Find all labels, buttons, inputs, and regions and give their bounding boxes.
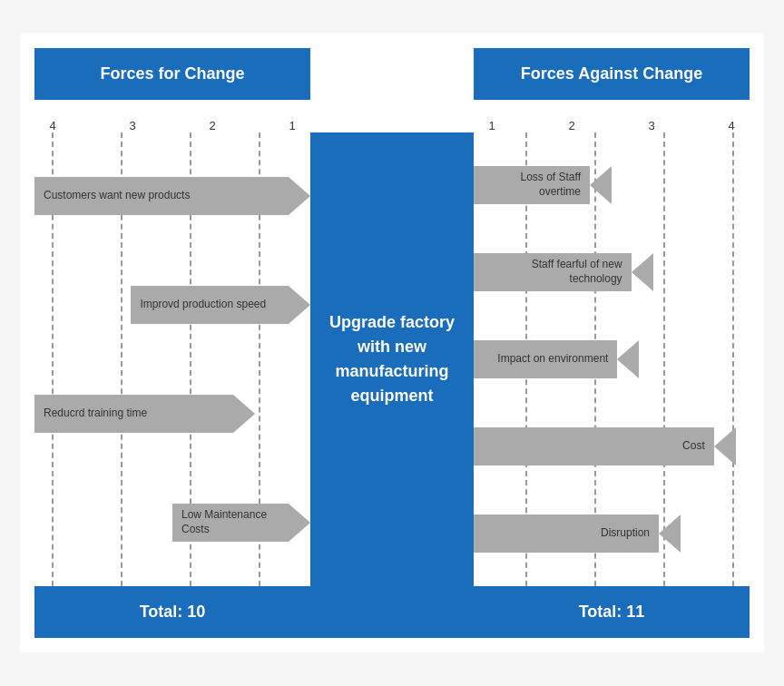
left-arrow-2-tip <box>289 286 310 324</box>
left-arrow-3-label: Reducrd training time <box>40 405 151 423</box>
center-text: Upgrade factory with new manufacturing e… <box>319 310 465 408</box>
top-headers: Forces for Change Forces Against Change <box>34 48 750 100</box>
right-arrow-1-label: Loss of Staff overtime <box>479 169 584 201</box>
center-panel: Upgrade factory with new manufacturing e… <box>310 132 474 586</box>
scale-right: 1 2 3 4 <box>474 119 750 132</box>
left-arrow-row-4: Low Maintenance Costs <box>34 495 310 550</box>
right-arrow-4-label: Cost <box>679 437 709 456</box>
scale-right-4: 4 <box>722 119 740 132</box>
left-arrow-4: Low Maintenance Costs <box>172 504 310 542</box>
left-arrow-2: Improvd production speed <box>131 286 310 324</box>
scale-right-1: 1 <box>483 119 501 132</box>
right-arrow-3-tip <box>617 340 639 378</box>
right-arrow-row-1: Loss of Staff overtime <box>474 162 750 208</box>
scale-left-1: 1 <box>283 119 301 132</box>
right-total: Total: 11 <box>474 586 750 638</box>
right-arrow-5-label: Disruption <box>597 524 653 543</box>
right-arrow-2-label: Staff fearful of new technology <box>479 256 626 288</box>
right-arrow-2-tip <box>632 253 653 291</box>
right-arrow-row-2: Staff fearful of new technology <box>474 250 750 295</box>
right-arrow-5: Disruption <box>474 514 681 553</box>
left-arrow-row-2: Improvd production speed <box>34 278 310 332</box>
left-arrow-1-tip <box>289 177 310 215</box>
forces-against-change-header: Forces Against Change <box>474 48 750 100</box>
left-arrow-1-label: Customers want new products <box>40 187 193 205</box>
left-arrow-4-label: Low Maintenance Costs <box>178 506 289 538</box>
right-arrow-1: Loss of Staff overtime <box>474 166 612 204</box>
left-arrow-2-label: Improvd production speed <box>136 296 270 314</box>
right-arrow-4: Cost <box>474 427 736 466</box>
header-center-gap <box>310 48 474 100</box>
left-total: Total: 10 <box>34 586 310 638</box>
right-arrow-2: Staff fearful of new technology <box>474 253 653 291</box>
scale-left-3: 3 <box>123 119 142 132</box>
main-area: Customers want new products Improvd prod… <box>34 132 750 586</box>
left-panel: Customers want new products Improvd prod… <box>34 132 310 586</box>
scale-left-4: 4 <box>44 119 62 132</box>
total-center-gap <box>310 586 474 638</box>
right-arrow-1-tip <box>590 166 612 204</box>
diagram-container: Forces for Change Forces Against Change … <box>20 34 764 652</box>
left-arrow-1: Customers want new products <box>34 177 310 215</box>
scale-right-2: 2 <box>563 119 581 132</box>
forces-for-change-header: Forces for Change <box>34 48 310 100</box>
scale-row: 4 3 2 1 1 2 3 4 <box>34 100 750 132</box>
left-arrow-3: Reducrd training time <box>34 395 255 433</box>
left-arrow-3-tip <box>233 395 255 433</box>
right-arrow-3: Impact on environment <box>474 340 639 378</box>
left-arrow-row-1: Customers want new products <box>34 169 310 223</box>
right-arrow-3-label: Impact on environment <box>494 350 612 368</box>
scale-left: 4 3 2 1 <box>34 119 310 132</box>
scale-right-3: 3 <box>642 119 661 132</box>
left-arrow-row-3: Reducrd training time <box>34 387 310 441</box>
right-arrow-row-4: Cost <box>474 424 750 469</box>
right-arrow-5-tip <box>659 514 681 553</box>
right-arrow-row-5: Disruption <box>474 511 750 556</box>
scale-left-2: 2 <box>203 119 221 132</box>
right-arrow-4-tip <box>714 427 736 466</box>
right-panel: Loss of Staff overtime Staff fearful of … <box>474 132 750 586</box>
left-arrow-4-tip <box>289 504 310 542</box>
bottom-totals: Total: 10 Total: 11 <box>34 586 750 638</box>
right-arrow-row-3: Impact on environment <box>474 337 750 382</box>
